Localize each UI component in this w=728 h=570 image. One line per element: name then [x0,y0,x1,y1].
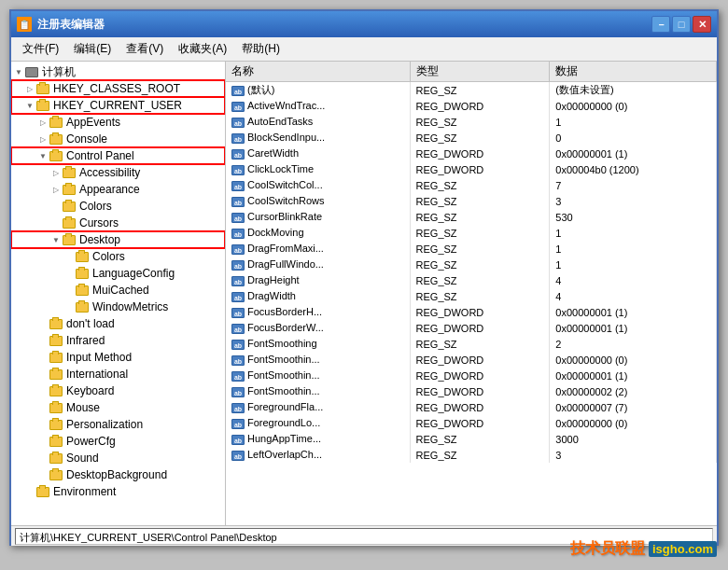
tree-label-colors: Colors [79,200,112,213]
expander-icon: ▼ [50,234,62,245]
table-row[interactable]: abDockMovingREG_SZ1 [226,225,717,241]
table-row[interactable]: abDragWidthREG_SZ4 [226,288,717,304]
table-row[interactable]: abClickLockTimeREG_DWORD0x00004b0 (1200) [226,161,717,177]
tree-node-desktopbg[interactable]: ▷ DesktopBackground [11,466,225,483]
cell-type: REG_SZ [410,336,550,352]
tree-node-powercfg[interactable]: ▷ PowerCfg [11,433,225,450]
folder-icon [62,216,77,229]
cell-name: abLeftOverlapCh... [226,447,410,463]
tree-node-accessibility[interactable]: ▷ Accessibility [11,164,225,181]
cell-data: 0x00000001 (1) [550,146,717,161]
tree-label-cursors: Cursors [79,216,119,229]
tree-label-muicached: MuiCached [92,284,149,297]
folder-icon [75,250,90,263]
cell-name: abBlockSendInpu... [226,130,410,146]
tree-label-accessibility: Accessibility [79,166,140,179]
tree-label-windowmetrics: WindowMetrics [92,300,168,313]
tree-node-infrared[interactable]: ▷ Infrared [11,332,225,349]
tree-node-controlpanel[interactable]: ▼ Control Panel [11,147,225,164]
folder-icon [49,384,63,397]
tree-node-computer[interactable]: ▼ 计算机 [11,63,225,80]
menu-favorites[interactable]: 收藏夹(A) [171,39,234,59]
folder-icon [49,334,63,347]
folder-icon [62,166,77,179]
cell-data: (数值未设置) [550,82,717,99]
table-row[interactable]: abBlockSendInpu...REG_SZ0 [226,130,717,146]
table-row[interactable]: abForegroundFla...REG_DWORD0x00000007 (7… [226,399,717,415]
tree-node-colors[interactable]: ▷ Colors [11,198,225,215]
cell-name: abForegroundFla... [226,399,410,415]
folder-icon [35,99,50,112]
table-row[interactable]: abFontSmoothin...REG_DWORD0x00000002 (2) [226,383,717,399]
tree-label-international: International [66,368,128,381]
table-row[interactable]: ab(默认)REG_SZ(数值未设置) [226,82,717,99]
menu-file[interactable]: 文件(F) [15,39,66,59]
cell-type: REG_DWORD [410,352,550,368]
tree-label-appearance: Appearance [79,183,140,196]
tree-label-infrared: Infrared [66,334,105,347]
expander-icon: ▼ [13,66,24,77]
cell-name: abFontSmoothin... [226,383,410,399]
close-button[interactable]: ✕ [693,16,711,33]
tree-node-hkcu[interactable]: ▼ HKEY_CURRENT_USER [11,97,225,114]
menu-help[interactable]: 帮助(H) [234,39,287,59]
cell-type: REG_SZ [410,225,550,241]
table-row[interactable]: abFontSmoothin...REG_DWORD0x00000001 (1) [226,368,717,383]
minimize-button[interactable]: － [651,16,670,33]
cell-data: 3000 [550,431,717,447]
tree-node-international[interactable]: ▷ International [11,366,225,382]
table-row[interactable]: abFocusBorderH...REG_DWORD0x00000001 (1) [226,304,717,320]
tree-label-console: Console [66,132,107,146]
tree-node-appevents[interactable]: ▷ AppEvents [11,114,225,131]
table-row[interactable]: abCoolSwitchRowsREG_SZ3 [226,193,717,209]
cell-type: REG_SZ [410,288,550,304]
cell-type: REG_DWORD [410,304,550,320]
table-row[interactable]: abForegroundLo...REG_DWORD0x00000000 (0) [226,415,717,431]
maximize-button[interactable]: □ [672,16,691,33]
tree-node-inputmethod[interactable]: ▷ Input Method [11,349,225,366]
tree-node-windowmetrics[interactable]: ▷ WindowMetrics [11,299,225,315]
tree-node-desktop[interactable]: ▼ Desktop [11,231,225,248]
table-row[interactable]: abHungAppTime...REG_SZ3000 [226,431,717,447]
table-row[interactable]: abDragHeightREG_SZ4 [226,272,717,288]
cell-name: abClickLockTime [226,161,410,177]
table-row[interactable]: abActiveWndTrac...REG_DWORD0x00000000 (0… [226,98,717,114]
tree-node-hkcr[interactable]: ▷ HKEY_CLASSES_ROOT [11,80,225,97]
cell-type: REG_SZ [410,193,550,209]
table-row[interactable]: abFontSmoothingREG_SZ2 [226,336,717,352]
cell-name: abCoolSwitchRows [226,193,410,209]
cell-data: 0x00000000 (0) [550,415,717,431]
folder-icon [49,149,63,162]
watermark-text1: 技术员联盟 [570,539,645,559]
table-row[interactable]: abCoolSwitchCol...REG_SZ7 [226,177,717,193]
folder-icon [49,351,63,364]
tree-label-dontload: don't load [66,317,115,330]
tree-node-console[interactable]: ▷ Console [11,131,225,147]
menu-edit[interactable]: 编辑(E) [66,39,119,59]
folder-icon [49,401,63,414]
folder-icon [35,82,50,95]
table-row[interactable]: abLeftOverlapCh...REG_SZ3 [226,447,717,463]
table-row[interactable]: abCursorBlinkRateREG_SZ530 [226,209,717,225]
table-row[interactable]: abFocusBorderW...REG_DWORD0x00000001 (1) [226,320,717,336]
tree-node-mouse[interactable]: ▷ Mouse [11,399,225,416]
table-row[interactable]: abCaretWidthREG_DWORD0x00000001 (1) [226,146,717,161]
folder-icon [62,200,77,213]
table-row[interactable]: abFontSmoothin...REG_DWORD0x00000000 (0) [226,352,717,368]
tree-node-muicached[interactable]: ▷ MuiCached [11,282,225,299]
tree-node-dontload[interactable]: ▷ don't load [11,315,225,332]
tree-node-sound[interactable]: ▷ Sound [11,450,225,466]
cell-type: REG_DWORD [410,146,550,161]
tree-node-personalization[interactable]: ▷ Personalization [11,416,225,433]
menu-view[interactable]: 查看(V) [119,39,171,59]
tree-node-desktop-colors[interactable]: ▷ Colors [11,248,225,265]
table-row[interactable]: abDragFullWindo...REG_SZ1 [226,257,717,272]
cell-name: ab(默认) [226,82,410,99]
tree-node-appearance[interactable]: ▷ Appearance [11,181,225,198]
table-row[interactable]: abAutoEndTasksREG_SZ1 [226,114,717,130]
tree-node-environment[interactable]: ▷ Environment [11,483,225,500]
tree-node-languageconfig[interactable]: ▷ LanguageConfig [11,265,225,282]
tree-node-cursors[interactable]: ▷ Cursors [11,215,225,231]
table-row[interactable]: abDragFromMaxi...REG_SZ1 [226,241,717,257]
tree-node-keyboard[interactable]: ▷ Keyboard [11,382,225,399]
